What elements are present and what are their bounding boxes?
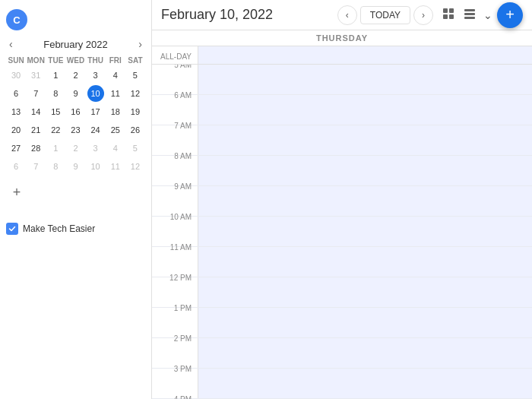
mini-cal-day[interactable]: 6 — [8, 85, 24, 102]
mini-cal-day[interactable]: 18 — [107, 103, 124, 120]
expand-button[interactable]: ⌄ — [482, 6, 494, 24]
time-slot-content[interactable] — [198, 65, 532, 94]
mini-cal-day[interactable]: 1 — [47, 140, 64, 157]
mini-cal-day[interactable]: 27 — [8, 140, 24, 157]
calendar-item-make-tech-easier[interactable]: Make Tech Easier — [6, 221, 145, 236]
svg-rect-1 — [449, 8, 454, 13]
mini-cal-day[interactable]: 17 — [87, 103, 104, 120]
mini-cal-day[interactable]: 11 — [107, 158, 124, 175]
prev-day-button[interactable]: ‹ — [337, 5, 357, 25]
time-slot-1pm: 1 PM — [152, 308, 532, 338]
mini-cal-selected-day[interactable]: 10 — [87, 85, 104, 102]
mini-cal-prev-button[interactable]: ‹ — [6, 36, 16, 52]
mini-cal-day[interactable]: 10 — [87, 158, 104, 175]
day-header-mon: MON — [26, 55, 46, 66]
day-label: THURSDAY — [152, 30, 532, 46]
mini-cal-day[interactable]: 31 — [27, 67, 44, 84]
day-header-sun: SUN — [6, 55, 26, 66]
day-header-thu: THU — [86, 55, 106, 66]
mini-cal-day[interactable]: 8 — [47, 158, 64, 175]
svg-rect-4 — [464, 9, 475, 11]
time-slot-12pm: 12 PM — [152, 277, 532, 308]
mini-cal-day[interactable]: 23 — [67, 122, 84, 138]
add-calendar-button[interactable]: + — [6, 182, 27, 203]
mini-cal-day[interactable]: 4 — [107, 140, 124, 157]
day-header-wed: WED — [65, 55, 85, 66]
mini-cal-day[interactable]: 5 — [127, 140, 144, 157]
mini-cal-next-button[interactable]: › — [135, 36, 145, 52]
mini-cal-day[interactable]: 5 — [127, 67, 144, 84]
time-slot-content[interactable] — [198, 308, 532, 337]
mini-cal-day[interactable]: 28 — [27, 140, 44, 157]
mini-cal-day[interactable]: 8 — [47, 85, 64, 102]
mini-cal-day[interactable]: 16 — [67, 103, 84, 120]
mini-cal-header: ‹ February 2022 › — [0, 36, 151, 52]
mini-cal-day[interactable]: 20 — [8, 122, 24, 138]
mini-cal-day[interactable]: 12 — [127, 158, 144, 175]
fab-container: + — [497, 2, 523, 28]
mini-cal-day[interactable]: 4 — [107, 67, 124, 84]
calendar-name-label: Make Tech Easier — [23, 223, 95, 234]
mini-cal-day[interactable]: 24 — [87, 122, 104, 138]
mini-cal-day[interactable]: 7 — [27, 85, 44, 102]
day-header-tue: TUE — [46, 55, 65, 66]
time-slot-content[interactable] — [198, 95, 532, 125]
time-slot-content[interactable] — [198, 277, 532, 307]
mini-cal-day[interactable]: 1 — [47, 67, 64, 84]
mini-cal-day[interactable]: 13 — [8, 103, 24, 120]
time-slot-content[interactable] — [198, 186, 532, 216]
list-view-button[interactable] — [461, 6, 479, 24]
time-slot-3pm: 3 PM — [152, 369, 532, 399]
time-slot-content[interactable] — [198, 247, 532, 277]
all-day-content[interactable] — [198, 46, 532, 64]
mini-cal-day[interactable]: 9 — [67, 158, 84, 175]
mini-cal-day[interactable]: 21 — [27, 122, 44, 138]
topbar-controls: ‹ TODAY › — [337, 2, 523, 28]
calendar-checkbox[interactable] — [6, 223, 18, 235]
mini-cal-day[interactable]: 14 — [27, 103, 44, 120]
time-slot-content[interactable] — [198, 369, 532, 398]
mini-cal-day[interactable]: 11 — [107, 85, 124, 102]
mini-cal-day[interactable]: 6 — [8, 158, 24, 175]
sidebar: C ‹ February 2022 › SUN MON TUE WED THU … — [0, 0, 152, 399]
mini-cal-day[interactable]: 30 — [8, 67, 24, 84]
calendar-list: Make Tech Easier — [0, 215, 151, 242]
time-grid[interactable]: 5 AM 6 AM 7 AM 8 AM 9 AM — [152, 65, 532, 399]
time-slot-content[interactable] — [198, 125, 532, 155]
mini-cal-day[interactable]: 7 — [27, 158, 44, 175]
time-slot-content[interactable] — [198, 156, 532, 185]
today-button[interactable]: TODAY — [360, 6, 410, 24]
time-slot-6am: 6 AM — [152, 95, 532, 125]
svg-rect-5 — [464, 13, 475, 15]
add-event-button[interactable]: + — [497, 2, 523, 28]
mini-cal-day[interactable]: 15 — [47, 103, 64, 120]
mini-cal-grid: SUN MON TUE WED THU FRI SAT 30 31 1 2 3 … — [6, 55, 145, 176]
all-day-label: ALL-DAY — [152, 46, 198, 64]
grid-view-button[interactable] — [439, 6, 458, 24]
mini-cal-day[interactable]: 3 — [87, 140, 104, 157]
mini-cal-day[interactable]: 12 — [127, 85, 144, 102]
mini-cal-day[interactable]: 22 — [47, 122, 64, 138]
time-label: 4 PM — [152, 394, 198, 399]
svg-rect-2 — [443, 14, 448, 19]
mini-cal-day[interactable]: 2 — [67, 140, 84, 157]
all-day-row: ALL-DAY — [152, 46, 532, 65]
time-slot-2pm: 2 PM — [152, 338, 532, 369]
svg-rect-6 — [464, 17, 475, 19]
mini-cal-day[interactable]: 2 — [67, 67, 84, 84]
topbar: February 10, 2022 ‹ TODAY › — [152, 0, 532, 30]
time-slot-content[interactable] — [198, 338, 532, 368]
next-day-button[interactable]: › — [413, 5, 433, 25]
mini-cal-day[interactable]: 25 — [107, 122, 124, 138]
sidebar-add-area: + — [0, 176, 151, 209]
mini-cal-day[interactable]: 9 — [67, 85, 84, 102]
mini-cal-day[interactable]: 26 — [127, 122, 144, 138]
time-slot-11am: 11 AM — [152, 247, 532, 277]
time-slot-8am: 8 AM — [152, 156, 532, 186]
time-slot-content[interactable] — [198, 217, 532, 246]
svg-rect-3 — [449, 14, 454, 19]
time-slot-9am: 9 AM — [152, 186, 532, 217]
mini-cal-day[interactable]: 3 — [87, 67, 104, 84]
mini-cal-day[interactable]: 19 — [127, 103, 144, 120]
mini-cal-title: February 2022 — [43, 39, 108, 50]
